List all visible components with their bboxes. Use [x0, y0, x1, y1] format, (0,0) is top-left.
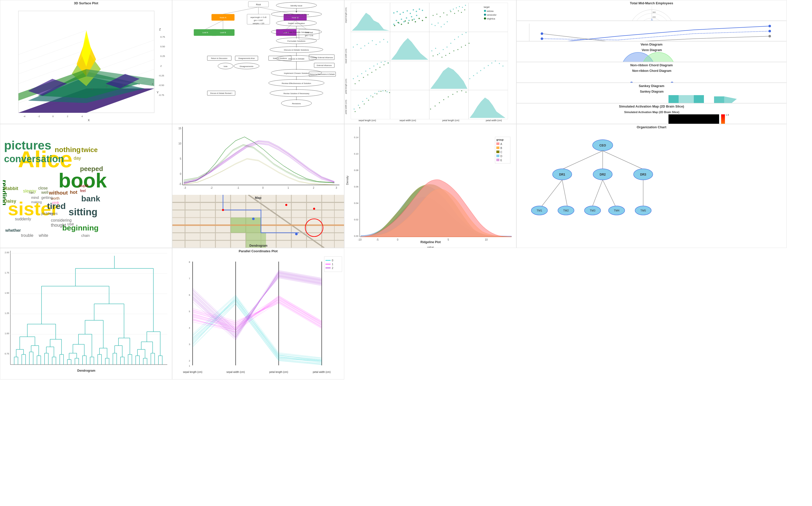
svg-text:-1: -1	[237, 186, 239, 189]
svg-text:Daisy: Daisy	[4, 198, 16, 204]
flowchart-svg: Root Node A sepal length <= 5.45 gini = …	[172, 0, 344, 124]
svg-point-171	[394, 25, 395, 26]
svg-text:2: 2	[332, 267, 333, 269]
svg-point-157	[409, 20, 410, 21]
svg-point-283	[443, 99, 444, 100]
svg-point-243	[354, 83, 356, 84]
svg-text:-3: -3	[184, 186, 186, 189]
svg-point-195	[440, 16, 441, 17]
svg-point-252	[353, 108, 354, 109]
venn-panel: Venn Diagram Venn Diagram Set A Set B 11…	[516, 41, 787, 62]
svg-point-159	[414, 19, 415, 20]
svg-text:TM3: TM3	[590, 209, 595, 212]
svg-text:Venn Diagram: Venn Diagram	[642, 48, 662, 52]
svg-point-215	[439, 53, 440, 54]
svg-rect-139	[351, 32, 390, 61]
svg-rect-149	[429, 90, 469, 119]
svg-point-225	[441, 57, 442, 58]
svg-point-325	[642, 52, 675, 62]
svg-point-190	[459, 6, 460, 7]
svg-point-236	[365, 71, 366, 72]
svg-point-211	[383, 39, 384, 40]
svg-point-321	[768, 30, 771, 32]
svg-point-249	[380, 67, 381, 68]
svg-point-183	[438, 22, 439, 23]
svg-text:Sankey Diagram: Sankey Diagram	[640, 90, 663, 93]
svg-text:day: day	[74, 156, 81, 161]
svg-rect-352	[694, 95, 704, 103]
svg-text:Dendrogram: Dendrogram	[77, 369, 95, 372]
svg-text:feel: feel	[80, 189, 86, 193]
svg-rect-143	[351, 61, 390, 90]
svg-point-235	[361, 73, 362, 74]
svg-text:Disagreements Arise: Disagreements Arise	[238, 58, 255, 60]
svg-point-229	[458, 49, 459, 50]
svg-text:trouble: trouble	[21, 233, 33, 238]
svg-point-240	[381, 62, 382, 63]
svg-text:petal width (cm): petal width (cm)	[313, 371, 331, 373]
brain-title: Simulated Activation Map (2D Brain Slice…	[516, 103, 787, 109]
svg-text:X: X	[88, 119, 90, 122]
svg-point-251	[388, 63, 389, 64]
svg-point-221	[462, 34, 463, 35]
svg-point-207	[368, 43, 369, 44]
svg-point-450	[295, 233, 298, 235]
svg-text:Vote: Vote	[224, 65, 228, 68]
svg-point-279	[502, 66, 503, 67]
svg-point-201	[461, 12, 462, 13]
svg-text:hot: hot	[70, 189, 77, 195]
svg-point-288	[466, 92, 467, 93]
svg-text:0.08: 0.08	[354, 169, 358, 172]
svg-point-248	[375, 69, 377, 70]
svg-line-64	[205, 20, 223, 29]
svg-text:petal length (cm): petal length (cm)	[442, 119, 459, 122]
svg-text:versicolor: versicolor	[487, 14, 497, 16]
svg-point-210	[380, 41, 381, 43]
svg-text:4: 4	[152, 82, 153, 85]
svg-text:gini = 0.45: gini = 0.45	[305, 35, 313, 37]
svg-text:Formulate Possible Solutions: Formulate Possible Solutions	[283, 31, 310, 33]
svg-point-161	[393, 12, 395, 14]
bump-svg	[516, 21, 787, 41]
svg-point-181	[431, 24, 432, 25]
svg-point-290	[484, 10, 486, 12]
svg-point-280	[430, 108, 431, 109]
svg-text:Leaf B: Leaf B	[220, 31, 226, 34]
pair-plot-svg: sepal length (cm) sepal width (cm) petal…	[344, 0, 516, 124]
svg-text:5: 5	[180, 157, 181, 160]
svg-point-267	[381, 91, 382, 92]
svg-text:0.75: 0.75	[160, 35, 165, 38]
svg-text:3: 3	[189, 343, 190, 346]
svg-point-163	[400, 14, 401, 15]
svg-text:petal width (cm): petal width (cm)	[486, 119, 502, 122]
svg-point-226	[445, 55, 446, 56]
svg-point-266	[377, 93, 378, 94]
svg-point-234	[357, 76, 358, 77]
svg-point-258	[379, 91, 380, 92]
svg-point-237	[369, 68, 370, 69]
svg-text:Revise Solution if Necessary: Revise Solution if Necessary	[283, 92, 309, 95]
svg-text:sepal length (cm): sepal length (cm)	[183, 371, 202, 373]
svg-point-228	[453, 50, 454, 51]
ridgeline-svg: Ridgeline Plot Density value -10 -5 0 5 …	[344, 124, 516, 248]
svg-point-164	[403, 12, 404, 13]
svg-point-263	[364, 103, 365, 104]
svg-text:Gather Information: Gather Information	[288, 22, 305, 24]
svg-rect-354	[704, 95, 712, 103]
svg-text:sepal length <= 5.45: sepal length <= 5.45	[250, 16, 266, 18]
svg-point-199	[454, 13, 455, 14]
svg-point-241	[385, 61, 386, 62]
svg-rect-144	[390, 61, 429, 90]
svg-text:Density: Density	[346, 176, 349, 185]
svg-point-165	[407, 10, 408, 12]
svg-text:8: 8	[189, 261, 190, 263]
svg-point-246	[367, 74, 368, 75]
svg-point-224	[437, 54, 438, 55]
svg-point-264	[368, 100, 369, 101]
svg-point-202	[464, 9, 465, 10]
ridgeline-cell: Ridgeline Plot Density value -10 -5 0 5 …	[344, 124, 516, 248]
svg-point-187	[450, 10, 451, 11]
svg-text:0: 0	[53, 115, 54, 118]
svg-point-151	[393, 24, 395, 25]
svg-text:nothing: nothing	[55, 146, 81, 154]
